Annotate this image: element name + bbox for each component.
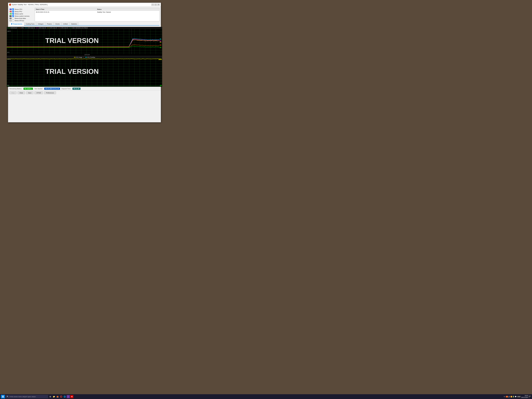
legend-label-hdd: WDC WD3200AAJS-07B4A0	[72, 27, 88, 29]
stress-cache-item: Stress cache	[9, 13, 33, 15]
fpu-icon	[9, 11, 12, 12]
stress-fpu-item: Stress FPU	[9, 11, 33, 12]
stress-cpu-item: Stress CPU	[9, 8, 33, 10]
title-bar-left: A System Stability Test - AIDA64 [ TRIAL…	[9, 4, 48, 6]
stress-mem-item: Stress system memory	[9, 15, 33, 17]
top-section: Stress CPU Stress FPU Stress cache Stres…	[9, 8, 159, 21]
preferences-button[interactable]: Preferences	[44, 91, 56, 94]
stress-disk-checkbox[interactable]	[12, 17, 14, 19]
legend-dot-core1	[26, 28, 27, 28]
battery-badge: No battery	[24, 88, 33, 90]
test-started-label: Test Started:	[34, 88, 43, 89]
test-started-badge: 06.03.2024 23:41:34	[44, 88, 60, 90]
log-col2-header: Status	[97, 8, 158, 10]
stress-cpu-label: Stress CPU	[15, 8, 22, 10]
legend-dot-cpu-usage	[74, 57, 76, 57]
temp-y-bottom-label: 0°C	[7, 52, 10, 53]
tab-indicator	[11, 23, 12, 25]
legend-dot-core3	[49, 28, 50, 28]
tab-temperatures[interactable]: Temperatures	[9, 22, 24, 25]
legend-label-mb: Motherboard	[11, 27, 17, 29]
charts-area: ☑ Motherboard ☑ CPU ☑ CPU Core #1 ☑	[7, 27, 162, 87]
stress-mem-checkbox[interactable]	[12, 15, 14, 17]
legend-core3: ☑ CPU Core #3	[47, 27, 57, 29]
disk-icon	[9, 18, 12, 19]
tab-statistics[interactable]: Statistics	[70, 22, 79, 25]
stress-cpu-checkbox[interactable]	[12, 8, 14, 10]
legend-core4: ☑ CPU Core #4	[58, 27, 68, 29]
stress-gpu-item: Stress GPU(s)	[9, 20, 33, 21]
stress-cache-checkbox[interactable]	[12, 13, 14, 15]
cache-icon	[9, 13, 12, 15]
legend-dot-cpu-throttle	[85, 57, 87, 57]
main-window: A System Stability Test - AIDA64 [ TRIAL…	[8, 3, 161, 122]
tab-powers[interactable]: Powers	[45, 22, 54, 25]
stress-gpu-label: Stress GPU(s)	[15, 20, 24, 21]
legend-dot-cpu	[20, 28, 21, 28]
legend-dot-core2	[38, 28, 38, 28]
elapsed-label: Elapsed Time:	[62, 88, 71, 89]
legend-cpu: ☑ CPU	[18, 27, 24, 29]
cpu-y-bottom-label: 0%	[7, 85, 9, 86]
status-bar: Remaining Battery: No battery Test Start…	[8, 87, 161, 91]
tab-voltages[interactable]: Voltages	[36, 22, 45, 25]
legend-label-core1: CPU Core #1	[28, 27, 35, 29]
minimize-button[interactable]: ─	[152, 4, 154, 6]
cpu-chart-canvas	[7, 58, 162, 86]
log-status-value: Stability Test: Started	[97, 11, 158, 13]
cpu-y-top-label: 100%	[7, 58, 11, 60]
tab-cooling-fans[interactable]: Cooling Fans	[24, 22, 36, 25]
temperature-chart: ☑ Motherboard ☑ CPU ☑ CPU Core #1 ☑	[7, 27, 162, 56]
temp-chart-legend: ☑ Motherboard ☑ CPU ☑ CPU Core #1 ☑	[7, 27, 162, 29]
log-panel: Date & Time Status 06.03.2024 23:41:41 S…	[35, 8, 159, 21]
stress-cache-label: Stress cache	[15, 13, 23, 15]
app-icon: A	[9, 4, 11, 6]
legend-core1: ☑ CPU Core #1	[25, 27, 35, 29]
stress-disk-label: Stress local disks	[15, 18, 26, 19]
title-bar: A System Stability Test - AIDA64 [ TRIAL…	[8, 3, 161, 6]
tabs-bar: Temperatures Cooling Fans Voltages Power…	[9, 22, 159, 25]
elapsed-badge: 00:11:30	[72, 88, 81, 90]
close-button[interactable]: ✕	[157, 4, 160, 6]
save-button[interactable]: Save	[26, 91, 33, 94]
legend-cpu-throttle: CPU Throttling	[85, 57, 95, 58]
stress-fpu-checkbox[interactable]	[12, 11, 14, 12]
stop-button[interactable]: Stop	[9, 91, 17, 94]
temp-y-top-label: 100°C	[7, 31, 11, 32]
cpu-icon	[9, 8, 12, 10]
legend-label-core3: CPU Core #3	[50, 27, 57, 29]
temp-chart-canvas	[7, 29, 162, 54]
title-controls: ─ □ ✕	[152, 4, 160, 6]
cpu-usage-chart: CPU Usage | CPU Throttling 100% 0%	[7, 56, 162, 87]
tab-unified[interactable]: Unified	[61, 22, 70, 25]
legend-cpu-usage: CPU Usage	[74, 57, 82, 58]
window-title: System Stability Test - AIDA64 [ TRIAL V…	[12, 4, 48, 6]
toolbar: Stop Clear Save CPUID Preferences	[8, 91, 161, 95]
battery-label: Remaining Battery:	[9, 88, 22, 89]
content-area: Stress CPU Stress FPU Stress cache Stres…	[8, 6, 161, 27]
gpu-icon	[9, 20, 12, 21]
cpuid-button[interactable]: CPUID	[34, 91, 43, 94]
checkbox-panel: Stress CPU Stress FPU Stress cache Stres…	[9, 8, 33, 21]
legend-label-core4: CPU Core #4	[61, 27, 68, 29]
cpu-chart-legend: CPU Usage | CPU Throttling	[7, 56, 162, 58]
clear-button[interactable]: Clear	[18, 91, 25, 94]
legend-dot-core4	[60, 28, 61, 28]
stress-fpu-label: Stress FPU	[15, 11, 22, 12]
maximize-button[interactable]: □	[154, 4, 157, 6]
log-row-1: 06.03.2024 23:41:41 Stability Test: Star…	[35, 11, 159, 13]
mem-icon	[9, 15, 12, 17]
stress-disk-item: Stress local disks	[9, 17, 33, 19]
stress-gpu-checkbox[interactable]	[12, 20, 14, 21]
legend-motherboard: ☑ Motherboard	[8, 27, 17, 29]
log-header: Date & Time Status	[35, 8, 159, 11]
legend-label-cpu-usage: CPU Usage	[76, 57, 82, 58]
tab-clocks[interactable]: Clocks	[54, 22, 61, 25]
stress-mem-label: Stress system memory	[15, 15, 30, 17]
log-date-value: 06.03.2024 23:41:41	[36, 11, 97, 13]
legend-dot-hdd	[71, 28, 72, 28]
legend-dot-mb	[9, 28, 10, 28]
temp-time-label: 23:41:34	[84, 54, 90, 56]
legend-label-core2: CPU Core #2	[39, 27, 46, 29]
legend-hdd: ☑ WDC WD3200AAJS-07B4A0	[69, 27, 88, 29]
